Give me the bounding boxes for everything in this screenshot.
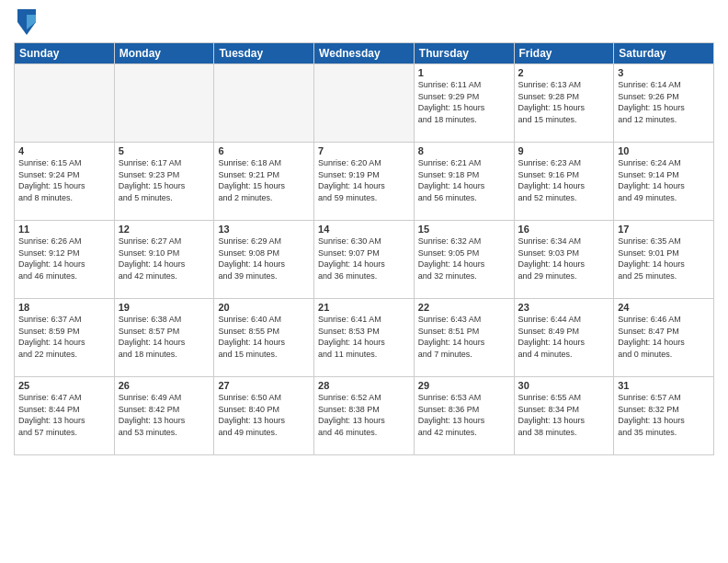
day-info: Sunrise: 6:29 AM Sunset: 9:08 PM Dayligh…: [218, 236, 310, 282]
calendar-cell: 30Sunrise: 6:55 AM Sunset: 8:34 PM Dayli…: [514, 377, 614, 455]
calendar-cell: 25Sunrise: 6:47 AM Sunset: 8:44 PM Dayli…: [15, 377, 115, 455]
day-info: Sunrise: 6:50 AM Sunset: 8:40 PM Dayligh…: [218, 392, 310, 438]
day-number: 3: [618, 67, 710, 78]
day-number: 6: [218, 145, 310, 156]
logo: [14, 9, 36, 35]
day-info: Sunrise: 6:11 AM Sunset: 9:29 PM Dayligh…: [418, 79, 510, 125]
day-number: 23: [518, 302, 610, 313]
calendar-cell: 31Sunrise: 6:57 AM Sunset: 8:32 PM Dayli…: [614, 377, 714, 455]
header-row: SundayMondayTuesdayWednesdayThursdayFrid…: [15, 43, 714, 64]
day-info: Sunrise: 6:17 AM Sunset: 9:23 PM Dayligh…: [119, 157, 210, 203]
calendar-cell: 20Sunrise: 6:40 AM Sunset: 8:55 PM Dayli…: [214, 299, 314, 377]
calendar-cell: [15, 64, 115, 143]
calendar-cell: 4Sunrise: 6:15 AM Sunset: 9:24 PM Daylig…: [15, 143, 115, 221]
day-number: 24: [618, 302, 710, 313]
calendar-cell: 5Sunrise: 6:17 AM Sunset: 9:23 PM Daylig…: [114, 143, 214, 221]
day-number: 22: [418, 302, 510, 313]
calendar-cell: 16Sunrise: 6:34 AM Sunset: 9:03 PM Dayli…: [514, 221, 614, 299]
day-info: Sunrise: 6:38 AM Sunset: 8:57 PM Dayligh…: [119, 314, 210, 360]
day-info: Sunrise: 6:53 AM Sunset: 8:36 PM Dayligh…: [418, 392, 510, 438]
calendar-cell: 29Sunrise: 6:53 AM Sunset: 8:36 PM Dayli…: [414, 377, 514, 455]
day-number: 30: [518, 380, 610, 391]
calendar-cell: 13Sunrise: 6:29 AM Sunset: 9:08 PM Dayli…: [214, 221, 314, 299]
calendar-cell: 18Sunrise: 6:37 AM Sunset: 8:59 PM Dayli…: [15, 299, 115, 377]
day-info: Sunrise: 6:23 AM Sunset: 9:16 PM Dayligh…: [518, 157, 610, 203]
calendar-cell: 6Sunrise: 6:18 AM Sunset: 9:21 PM Daylig…: [214, 143, 314, 221]
day-info: Sunrise: 6:21 AM Sunset: 9:18 PM Dayligh…: [418, 157, 510, 203]
day-info: Sunrise: 6:57 AM Sunset: 8:32 PM Dayligh…: [618, 392, 710, 438]
day-header-sunday: Sunday: [15, 43, 115, 64]
day-number: 25: [18, 380, 110, 391]
calendar-cell: [214, 64, 314, 143]
day-number: 13: [218, 224, 310, 235]
calendar-cell: 8Sunrise: 6:21 AM Sunset: 9:18 PM Daylig…: [414, 143, 514, 221]
day-number: 26: [119, 380, 210, 391]
calendar-cell: 12Sunrise: 6:27 AM Sunset: 9:10 PM Dayli…: [114, 221, 214, 299]
day-header-tuesday: Tuesday: [214, 43, 314, 64]
day-header-monday: Monday: [114, 43, 214, 64]
day-info: Sunrise: 6:52 AM Sunset: 8:38 PM Dayligh…: [318, 392, 410, 438]
day-info: Sunrise: 6:41 AM Sunset: 8:53 PM Dayligh…: [318, 314, 410, 360]
day-info: Sunrise: 6:26 AM Sunset: 9:12 PM Dayligh…: [18, 236, 110, 282]
day-info: Sunrise: 6:35 AM Sunset: 9:01 PM Dayligh…: [618, 236, 710, 282]
calendar-cell: 23Sunrise: 6:44 AM Sunset: 8:49 PM Dayli…: [514, 299, 614, 377]
day-number: 29: [418, 380, 510, 391]
calendar-cell: 26Sunrise: 6:49 AM Sunset: 8:42 PM Dayli…: [114, 377, 214, 455]
calendar-cell: [314, 64, 415, 143]
day-info: Sunrise: 6:32 AM Sunset: 9:05 PM Dayligh…: [418, 236, 510, 282]
day-number: 8: [418, 145, 510, 156]
day-number: 5: [119, 145, 210, 156]
day-number: 20: [218, 302, 310, 313]
day-number: 18: [18, 302, 110, 313]
day-number: 4: [18, 145, 110, 156]
day-info: Sunrise: 6:30 AM Sunset: 9:07 PM Dayligh…: [318, 236, 410, 282]
day-info: Sunrise: 6:24 AM Sunset: 9:14 PM Dayligh…: [618, 157, 710, 203]
day-info: Sunrise: 6:15 AM Sunset: 9:24 PM Dayligh…: [18, 157, 110, 203]
day-number: 27: [218, 380, 310, 391]
calendar-cell: 9Sunrise: 6:23 AM Sunset: 9:16 PM Daylig…: [514, 143, 614, 221]
day-number: 7: [318, 145, 410, 156]
day-number: 10: [618, 145, 710, 156]
day-info: Sunrise: 6:47 AM Sunset: 8:44 PM Dayligh…: [18, 392, 110, 438]
calendar-cell: 3Sunrise: 6:14 AM Sunset: 9:26 PM Daylig…: [614, 64, 714, 143]
day-number: 17: [618, 224, 710, 235]
day-number: 19: [119, 302, 210, 313]
day-info: Sunrise: 6:20 AM Sunset: 9:19 PM Dayligh…: [318, 157, 410, 203]
calendar-cell: 28Sunrise: 6:52 AM Sunset: 8:38 PM Dayli…: [314, 377, 415, 455]
calendar-cell: 22Sunrise: 6:43 AM Sunset: 8:51 PM Dayli…: [414, 299, 514, 377]
week-row-3: 18Sunrise: 6:37 AM Sunset: 8:59 PM Dayli…: [15, 299, 714, 377]
day-info: Sunrise: 6:55 AM Sunset: 8:34 PM Dayligh…: [518, 392, 610, 438]
calendar-cell: 21Sunrise: 6:41 AM Sunset: 8:53 PM Dayli…: [314, 299, 415, 377]
calendar-cell: 27Sunrise: 6:50 AM Sunset: 8:40 PM Dayli…: [214, 377, 314, 455]
calendar-cell: 7Sunrise: 6:20 AM Sunset: 9:19 PM Daylig…: [314, 143, 415, 221]
day-header-friday: Friday: [514, 43, 614, 64]
calendar-cell: 14Sunrise: 6:30 AM Sunset: 9:07 PM Dayli…: [314, 221, 415, 299]
day-info: Sunrise: 6:34 AM Sunset: 9:03 PM Dayligh…: [518, 236, 610, 282]
week-row-2: 11Sunrise: 6:26 AM Sunset: 9:12 PM Dayli…: [15, 221, 714, 299]
day-info: Sunrise: 6:46 AM Sunset: 8:47 PM Dayligh…: [618, 314, 710, 360]
header: [14, 9, 714, 35]
day-number: 1: [418, 67, 510, 78]
calendar-cell: 17Sunrise: 6:35 AM Sunset: 9:01 PM Dayli…: [614, 221, 714, 299]
day-info: Sunrise: 6:44 AM Sunset: 8:49 PM Dayligh…: [518, 314, 610, 360]
day-number: 31: [618, 380, 710, 391]
week-row-1: 4Sunrise: 6:15 AM Sunset: 9:24 PM Daylig…: [15, 143, 714, 221]
calendar-cell: 10Sunrise: 6:24 AM Sunset: 9:14 PM Dayli…: [614, 143, 714, 221]
day-number: 21: [318, 302, 410, 313]
day-header-thursday: Thursday: [414, 43, 514, 64]
day-number: 15: [418, 224, 510, 235]
day-number: 11: [18, 224, 110, 235]
day-header-wednesday: Wednesday: [314, 43, 415, 64]
day-info: Sunrise: 6:18 AM Sunset: 9:21 PM Dayligh…: [218, 157, 310, 203]
calendar-cell: 15Sunrise: 6:32 AM Sunset: 9:05 PM Dayli…: [414, 221, 514, 299]
day-info: Sunrise: 6:49 AM Sunset: 8:42 PM Dayligh…: [119, 392, 210, 438]
calendar-cell: 11Sunrise: 6:26 AM Sunset: 9:12 PM Dayli…: [15, 221, 115, 299]
logo-icon: [17, 9, 36, 35]
calendar-cell: 1Sunrise: 6:11 AM Sunset: 9:29 PM Daylig…: [414, 64, 514, 143]
day-number: 14: [318, 224, 410, 235]
day-info: Sunrise: 6:43 AM Sunset: 8:51 PM Dayligh…: [418, 314, 510, 360]
calendar-cell: 19Sunrise: 6:38 AM Sunset: 8:57 PM Dayli…: [114, 299, 214, 377]
day-header-saturday: Saturday: [614, 43, 714, 64]
day-info: Sunrise: 6:14 AM Sunset: 9:26 PM Dayligh…: [618, 79, 710, 125]
calendar-cell: [114, 64, 214, 143]
